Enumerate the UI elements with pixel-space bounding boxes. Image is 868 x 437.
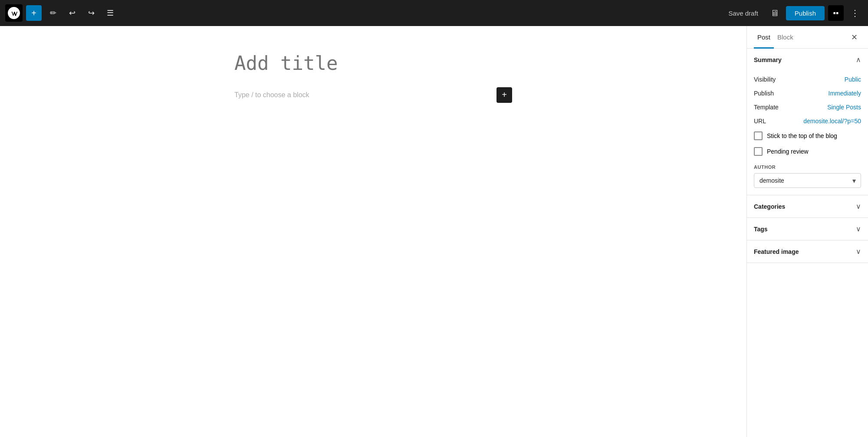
more-icon: ⋮ <box>851 8 859 18</box>
template-label: Template <box>754 104 779 111</box>
monitor-icon: 🖥 <box>770 8 779 18</box>
undo-icon: ↩ <box>69 8 76 18</box>
featured-image-section: Featured image ∨ <box>747 240 868 263</box>
publish-value[interactable]: Immediately <box>829 90 861 97</box>
edit-mode-button[interactable]: ✏ <box>45 5 61 21</box>
template-value[interactable]: Single Posts <box>827 104 861 111</box>
sidebar: Post Block ✕ Summary ∧ Visibility Public… <box>746 26 868 437</box>
categories-section-header[interactable]: Categories ∨ <box>747 195 868 217</box>
author-select-wrapper: demosite <box>754 173 861 188</box>
wp-logo[interactable] <box>5 4 23 22</box>
tags-section: Tags ∨ <box>747 218 868 240</box>
tags-section-header[interactable]: Tags ∨ <box>747 218 868 240</box>
pending-review-checkbox[interactable] <box>754 147 763 156</box>
url-value[interactable]: demosite.local/?p=50 <box>803 118 861 125</box>
featured-image-section-title: Featured image <box>754 248 799 255</box>
block-prompt-text: Type / to choose a block <box>234 91 309 99</box>
visibility-row: Visibility Public <box>754 72 861 86</box>
post-title-input[interactable] <box>234 52 512 75</box>
topbar: + ✏ ↩ ↪ ☰ Save draft 🖥 Publish ▪▪ ⋮ <box>0 0 868 26</box>
summary-section: Summary ∧ Visibility Public Publish Imme… <box>747 49 868 195</box>
featured-image-section-header[interactable]: Featured image ∨ <box>747 240 868 263</box>
pencil-icon: ✏ <box>50 8 56 18</box>
editor-area: Type / to choose a block + <box>0 26 746 437</box>
tags-section-title: Tags <box>754 226 768 233</box>
stick-to-top-label: Stick to the top of the blog <box>767 132 837 139</box>
add-block-inline-button[interactable]: + <box>496 87 512 103</box>
list-icon: ☰ <box>107 8 114 18</box>
main-content: Type / to choose a block + Post Block ✕ … <box>0 26 868 437</box>
close-sidebar-button[interactable]: ✕ <box>847 30 861 44</box>
visibility-value[interactable]: Public <box>845 76 861 83</box>
undo-button[interactable]: ↩ <box>64 5 80 21</box>
publish-label: Publish <box>754 90 774 97</box>
url-label: URL <box>754 118 766 125</box>
publish-button[interactable]: Publish <box>786 6 825 20</box>
author-select[interactable]: demosite <box>754 173 861 188</box>
visibility-label: Visibility <box>754 76 776 83</box>
list-view-button[interactable]: ☰ <box>102 5 118 21</box>
plus-inline-icon: + <box>502 90 507 100</box>
pending-review-row: Pending review <box>754 144 861 159</box>
view-toggle-button[interactable]: ▪▪ <box>828 5 844 21</box>
publish-row: Publish Immediately <box>754 86 861 100</box>
pending-review-label: Pending review <box>767 148 809 155</box>
author-label: AUTHOR <box>754 164 861 170</box>
preview-button[interactable]: 🖥 <box>767 5 783 21</box>
block-prompt-area: Type / to choose a block + <box>234 87 512 103</box>
categories-section-title: Categories <box>754 203 785 210</box>
tags-chevron-icon: ∨ <box>856 225 861 233</box>
sidebar-header: Post Block ✕ <box>747 26 868 49</box>
template-row: Template Single Posts <box>754 100 861 114</box>
editor-inner: Type / to choose a block + <box>217 52 529 103</box>
url-row: URL demosite.local/?p=50 <box>754 114 861 128</box>
stick-to-top-row: Stick to the top of the blog <box>754 128 861 144</box>
close-icon: ✕ <box>851 33 858 42</box>
tab-post[interactable]: Post <box>754 26 774 49</box>
summary-section-header[interactable]: Summary ∧ <box>747 49 868 71</box>
collapse-icon: ∧ <box>856 56 861 64</box>
summary-section-content: Visibility Public Publish Immediately Te… <box>747 71 868 195</box>
stick-to-top-checkbox[interactable] <box>754 131 763 140</box>
summary-section-title: Summary <box>754 56 782 63</box>
categories-chevron-icon: ∨ <box>856 202 861 210</box>
more-options-button[interactable]: ⋮ <box>847 5 863 21</box>
columns-icon: ▪▪ <box>833 9 839 18</box>
tab-block[interactable]: Block <box>774 26 797 49</box>
plus-icon: + <box>31 8 36 18</box>
add-block-topbar-button[interactable]: + <box>26 5 42 21</box>
redo-icon: ↪ <box>88 8 95 18</box>
redo-button[interactable]: ↪ <box>83 5 99 21</box>
save-draft-button[interactable]: Save draft <box>723 6 763 20</box>
categories-section: Categories ∨ <box>747 195 868 218</box>
featured-image-chevron-icon: ∨ <box>856 247 861 256</box>
